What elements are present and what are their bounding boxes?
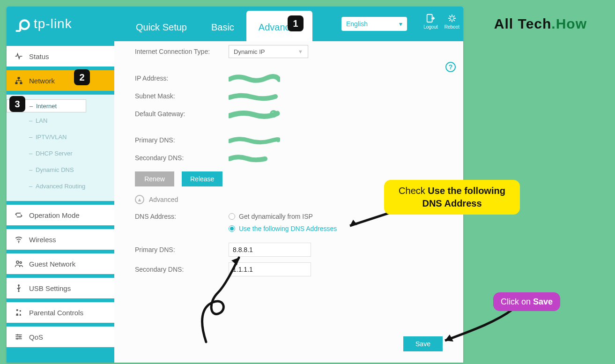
redacted-value [229,92,280,100]
watermark-dot: . [551,16,556,31]
sidebar-label: QoS [29,333,43,341]
sidebar-sub-lan[interactable]: LAN [7,112,114,129]
sidebar-sub-dhcp[interactable]: DHCP Server [7,145,114,162]
sidebar-label: Status [29,52,49,60]
qos-icon [14,332,23,342]
row-connection-type: Internet Connection Type: Dynamic IP ▼ [135,45,454,58]
ip-label: IP Address: [135,74,229,82]
sidebar-sub-ddns[interactable]: Dynamic DNS [7,162,114,178]
save-button[interactable]: Save [403,336,443,351]
row-sdns: Secondary DNS: [135,152,454,164]
sidebar-label: USB Settings [29,284,71,292]
callout-step-2: 2 [74,69,90,85]
logout-button[interactable]: Logout [423,13,438,30]
row-primary-dns-input: Primary DNS: [135,243,454,257]
brand-text: tp-link [34,16,72,31]
network-icon [14,76,23,85]
mask-label: Subnet Mask: [135,92,229,100]
row-gw: Default Gateway: [135,108,454,120]
row-secondary-dns-input: Secondary DNS: [135,262,454,276]
pulse-icon [14,52,23,61]
radio-dns-manual[interactable]: Use the following DNS Addresses [229,225,454,232]
svg-rect-11 [15,82,18,84]
language-select[interactable]: English ▾ [341,17,407,31]
tab-quick-setup[interactable]: Quick Setup [124,11,199,41]
topbar: tp-link Quick Setup Basic Advanced Engli… [7,7,463,41]
connection-type-value: Dynamic IP [234,48,265,55]
sidebar-sub-iptv[interactable]: IPTV/VLAN [7,129,114,145]
sidebar-label: Operation Mode [29,211,80,219]
connection-type-select[interactable]: Dynamic IP ▼ [229,45,308,58]
sidebar-item-parental[interactable]: Parental Controls [7,302,114,323]
svg-point-18 [20,310,21,312]
sidebar-sub-routing[interactable]: Advanced Routing [7,178,114,194]
sidebar-item-status[interactable]: Status [7,46,114,67]
row-pdns: Primary DNS: [135,134,454,146]
sidebar-item-guest[interactable]: Guest Network [7,253,114,274]
annotation-bubble-dns: Check Use the following DNS Address [384,180,520,215]
bubble-bold: Use the following DNS Address [422,186,505,208]
language-value: English [346,20,368,28]
opmode-icon [14,210,23,220]
logout-label: Logout [423,24,438,30]
secondary-dns-label: Secondary DNS: [135,154,229,162]
reboot-icon [447,13,457,23]
svg-point-16 [18,290,19,292]
annotation-bubble-save: Click on Save [493,292,560,311]
svg-rect-12 [20,82,22,84]
bubble-pre: Click on [501,297,533,306]
redacted-value [229,154,280,162]
logout-icon [425,13,436,23]
sidebar-item-network[interactable]: Network [7,70,114,91]
row-ip: IP Address: [135,72,454,84]
svg-rect-10 [18,77,20,79]
svg-point-15 [20,262,22,264]
radio-label: Get dynamically from ISP [239,213,313,220]
sidebar-item-wireless[interactable]: Wireless [7,229,114,250]
redacted-value [229,136,280,144]
svg-line-6 [450,16,451,17]
svg-line-8 [450,20,451,21]
svg-point-24 [16,338,18,340]
svg-point-13 [18,242,19,243]
sidebar-label: Guest Network [29,260,75,268]
connection-type-label: Internet Connection Type: [135,48,229,55]
watermark-post: How [556,16,587,31]
wifi-icon [14,235,23,244]
gateway-label: Default Gateway: [135,110,229,118]
usb-icon [14,283,23,293]
tplink-icon [15,16,31,32]
release-button[interactable]: Release [182,171,222,186]
redacted-value [229,74,280,82]
reboot-button[interactable]: Reboot [445,13,459,30]
renew-button[interactable]: Renew [135,171,174,186]
arrow-to-save [438,307,518,349]
sidebar-item-usb[interactable]: USB Settings [7,278,114,298]
svg-point-17 [16,309,18,311]
arrow-curly-to-dns [197,251,248,344]
sidebar-item-qos[interactable]: QoS [7,327,114,347]
radio-icon [229,213,235,220]
radio-label: Use the following DNS Addresses [239,225,337,232]
svg-point-22 [17,334,18,335]
help-icon[interactable]: ? [445,62,456,72]
sidebar-item-opmode[interactable]: Operation Mode [7,205,114,225]
row-mask: Subnet Mask: [135,90,454,102]
top-nav: Quick Setup Basic Advanced [124,7,312,41]
sidebar-label: Parental Controls [29,309,83,317]
brand-logo: tp-link [15,16,72,32]
radio-icon [229,225,235,232]
redacted-value [229,110,280,118]
callout-step-3: 3 [9,96,25,112]
collapse-up-icon: ▲ [135,195,144,204]
watermark-pre: All Tech [494,16,551,31]
svg-line-7 [453,20,454,21]
row-dns-address: DNS Address: Get dynamically from ISP Us… [135,213,454,237]
chevron-down-icon: ▾ [399,20,402,28]
advanced-expand-label: Advanced [149,196,178,203]
reboot-label: Reboot [445,24,459,30]
svg-line-9 [453,16,454,17]
tab-basic[interactable]: Basic [199,11,246,41]
guest-icon [14,259,23,268]
callout-step-1: 1 [288,15,304,31]
